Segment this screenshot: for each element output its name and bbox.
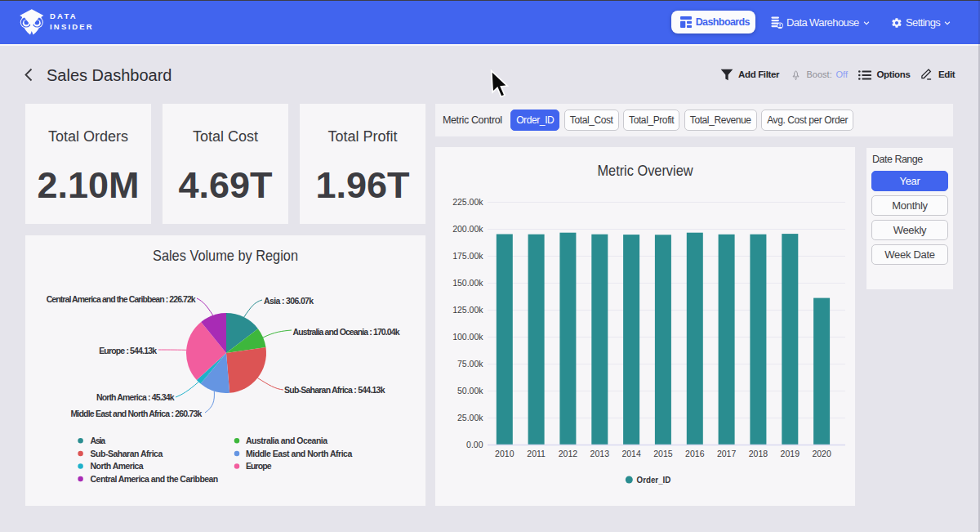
- svg-text:25.00k: 25.00k: [457, 413, 483, 422]
- svg-text:Europe: Europe: [246, 461, 272, 471]
- svg-text:0.00: 0.00: [466, 440, 483, 449]
- svg-text:Central America and the Caribb: Central America and the Caribbean : 226.…: [47, 294, 196, 304]
- svg-text:2012: 2012: [559, 449, 578, 458]
- svg-text:75.00k: 75.00k: [457, 359, 483, 369]
- svg-text:150.00k: 150.00k: [452, 278, 483, 288]
- svg-text:2019: 2019: [781, 449, 800, 458]
- svg-text:2018: 2018: [749, 449, 768, 458]
- svg-text:Central America and the Caribb: Central America and the Caribbean: [91, 474, 219, 484]
- svg-text:225.00k: 225.00k: [452, 197, 483, 207]
- svg-text:Middle East and North Africa: Middle East and North Africa: [246, 449, 352, 458]
- svg-text:125.00k: 125.00k: [452, 305, 483, 315]
- svg-text:2016: 2016: [685, 449, 705, 458]
- svg-text:2014: 2014: [621, 449, 641, 458]
- svg-text:50.00k: 50.00k: [457, 386, 483, 396]
- svg-text:2011: 2011: [527, 449, 546, 458]
- svg-text:2013: 2013: [590, 449, 610, 458]
- svg-text:2020: 2020: [812, 449, 831, 458]
- svg-text:Europe : 544.13k: Europe : 544.13k: [99, 346, 157, 355]
- svg-text:North America: North America: [91, 461, 144, 471]
- svg-text:Asia: Asia: [91, 436, 106, 445]
- svg-text:Sub-Saharan Africa : 544.13k: Sub-Saharan Africa : 544.13k: [284, 385, 385, 395]
- svg-text:North America : 45.34k: North America : 45.34k: [96, 392, 175, 402]
- svg-text:Order_ID: Order_ID: [637, 475, 671, 485]
- svg-text:2015: 2015: [653, 449, 673, 458]
- svg-text:200.00k: 200.00k: [452, 224, 483, 234]
- svg-text:100.00k: 100.00k: [452, 332, 483, 342]
- svg-text:Middle East and North Africa :: Middle East and North Africa : 260.73k: [70, 409, 202, 418]
- svg-text:175.00k: 175.00k: [452, 251, 483, 261]
- svg-text:2017: 2017: [717, 449, 737, 458]
- svg-text:Australia and Oceania : 170.04: Australia and Oceania : 170.04k: [293, 327, 400, 337]
- svg-text:Asia : 306.07k: Asia : 306.07k: [264, 296, 314, 306]
- svg-text:Sub-Saharan Africa: Sub-Saharan Africa: [91, 449, 163, 458]
- svg-text:Australia and Oceania: Australia and Oceania: [246, 436, 327, 445]
- svg-text:2010: 2010: [495, 449, 514, 458]
